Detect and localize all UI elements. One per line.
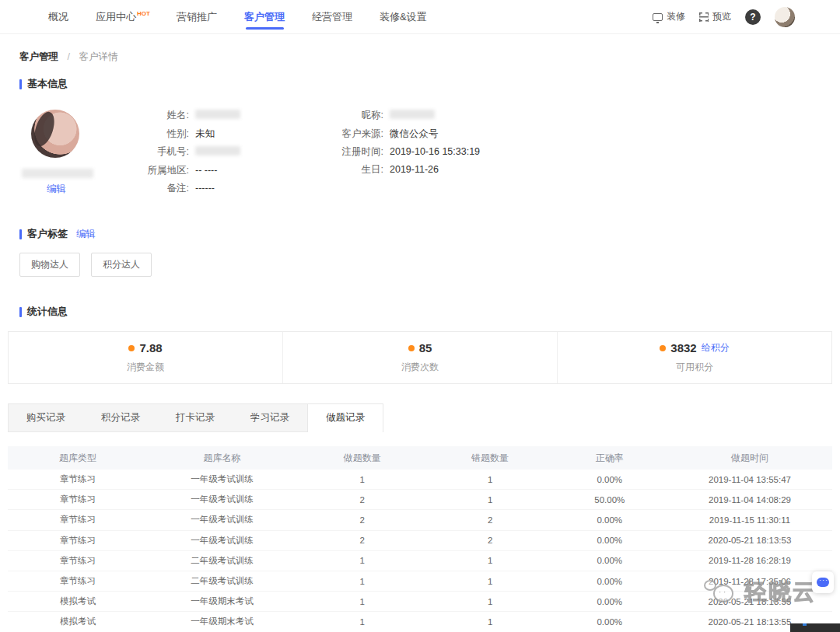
field-label: 性别:	[127, 128, 189, 140]
field-label: 姓名:	[127, 110, 189, 122]
record-tab[interactable]: 购买记录	[9, 404, 83, 431]
nav-item[interactable]: 经营管理	[310, 0, 355, 34]
cell-question-bank-name: 一年级期末考试	[148, 595, 296, 607]
nav-item[interactable]: 营销推广	[175, 0, 219, 34]
cell-wrong-count: 1	[429, 577, 552, 586]
section-bar-icon	[19, 307, 22, 317]
cell-question-bank-type: 章节练习	[8, 555, 148, 567]
customer-name-redacted	[22, 169, 93, 178]
basic-info-body: 编辑 姓名: 性别: 未知 手机号:	[22, 110, 840, 196]
fields-left-column: 姓名: 性别: 未知 手机号: 所属地区:	[127, 110, 325, 196]
customer-tag[interactable]: 积分达人	[91, 253, 152, 277]
field-value	[390, 110, 435, 122]
corner-player-bar	[790, 623, 840, 632]
field-value: 2019-10-16 15:33:19	[390, 146, 480, 158]
cell-questions-done: 2	[296, 515, 429, 525]
field-label: 昵称:	[325, 110, 383, 122]
cell-questions-done: 2	[296, 495, 429, 505]
record-tab[interactable]: 做题记录	[307, 404, 383, 432]
cell-question-bank-type: 模拟考试	[8, 616, 148, 627]
give-points-link[interactable]: 给积分	[702, 341, 730, 354]
nav-item-label: 经营管理	[312, 11, 352, 23]
cell-wrong-count: 1	[429, 495, 552, 505]
edit-tags-link[interactable]: 编辑	[76, 228, 96, 241]
decorate-icon	[653, 13, 663, 21]
cell-questions-done: 1	[296, 475, 429, 484]
nav-item[interactable]: 应用中心HOT	[94, 0, 152, 34]
fields-right-column: 昵称: 客户来源: 微信公众号 注册时间: 2019-10-16 15:33:1…	[325, 110, 480, 196]
table-row: 章节练习 一年级考试训练 2 2 0.00% 2020-05-21 18:13:…	[8, 531, 832, 551]
record-tab[interactable]: 打卡记录	[158, 404, 233, 431]
tags-title: 客户标签 编辑	[19, 227, 840, 241]
cell-wrong-count: 2	[429, 515, 552, 525]
section-bar-icon	[19, 229, 22, 239]
user-avatar[interactable]	[775, 7, 795, 27]
record-tab[interactable]: 积分记录	[83, 404, 158, 431]
help-icon[interactable]: ?	[745, 9, 761, 25]
stat-value: 85	[419, 341, 432, 354]
customer-tag[interactable]: 购物达人	[19, 253, 80, 277]
preview-button[interactable]: 预览	[699, 10, 731, 23]
stat-value: 3832	[670, 341, 696, 354]
field-row: 生日: 2019-11-26	[325, 164, 480, 176]
cell-time: 2019-11-04 14:08:29	[667, 495, 832, 505]
header-accuracy: 正确率	[552, 452, 667, 465]
nav-item-label: 营销推广	[177, 11, 217, 23]
hot-badge: HOT	[137, 10, 150, 17]
field-value: 未知	[195, 128, 215, 140]
tags-title-label: 客户标签	[27, 227, 68, 241]
basic-info-title-label: 基本信息	[27, 77, 68, 91]
field-row: 昵称:	[325, 110, 480, 122]
field-value	[195, 110, 240, 122]
decorate-button[interactable]: 装修	[653, 10, 685, 23]
basic-info-title: 基本信息	[19, 77, 840, 91]
cell-question-bank-name: 一年级期末考试	[148, 616, 296, 627]
nav-item-label: 装修&设置	[380, 11, 427, 23]
cell-wrong-count: 1	[429, 475, 552, 484]
chat-button[interactable]	[812, 571, 834, 593]
table-row: 章节练习 一年级考试训练 2 2 0.00% 2019-11-15 11:30:…	[8, 510, 832, 530]
cell-accuracy: 0.00%	[552, 536, 667, 545]
preview-label: 预览	[712, 10, 731, 23]
record-tabs: 购买记录 积分记录 打卡记录 学习记录 做题记录	[8, 403, 383, 432]
table-row: 章节练习 二年级考试训练 1 1 0.00% 2019-11-28 17:35:…	[8, 571, 832, 592]
cell-question-bank-name: 二年级考试训练	[148, 555, 296, 567]
main-menu: 概况 应用中心HOT 营销推广 客户管理 经营管理 装修&设置	[47, 0, 429, 34]
table-row: 章节练习 一年级考试训练 1 1 0.00% 2019-11-04 13:55:…	[8, 470, 832, 490]
cell-question-bank-name: 一年级考试训练	[148, 473, 296, 485]
nav-item-label: 概况	[48, 11, 68, 23]
cell-time: 2019-11-04 13:55:47	[667, 475, 832, 484]
nav-item[interactable]: 装修&设置	[378, 0, 429, 34]
stat-dot-icon	[660, 345, 666, 351]
field-row: 性别: 未知	[127, 128, 325, 140]
nav-item[interactable]: 概况	[47, 0, 71, 34]
record-tab[interactable]: 学习记录	[233, 404, 307, 431]
stats-title: 统计信息	[19, 305, 840, 319]
redacted-value	[390, 110, 435, 119]
nav-actions: 装修 预览 ?	[653, 7, 795, 27]
records-table: 题库类型 题库名称 做题数量 错题数量 正确率 做题时间 章节练习 一年级考试训…	[8, 446, 832, 632]
cell-questions-done: 1	[296, 617, 429, 627]
table-row: 章节练习 二年级考试训练 1 1 0.00% 2019-11-28 16:28:…	[8, 551, 832, 571]
cell-wrong-count: 1	[429, 617, 552, 627]
cell-question-bank-type: 章节练习	[8, 575, 148, 587]
field-label: 备注:	[127, 183, 189, 194]
redacted-value	[195, 146, 240, 155]
breadcrumb-current: 客户详情	[79, 51, 117, 62]
cell-accuracy: 0.00%	[552, 475, 667, 484]
header-questions-done: 做题数量	[296, 452, 429, 465]
nav-item-label: 客户管理	[244, 11, 285, 23]
nav-item-label: 应用中心	[96, 11, 136, 23]
top-nav: 概况 应用中心HOT 营销推广 客户管理 经营管理 装修&设置 装修 预览 ?	[0, 0, 840, 34]
cell-question-bank-name: 二年级考试训练	[148, 575, 296, 587]
cell-wrong-count: 2	[429, 536, 552, 545]
breadcrumb-parent[interactable]: 客户管理	[19, 51, 58, 62]
edit-profile-link[interactable]: 编辑	[47, 183, 66, 196]
field-value	[195, 146, 240, 159]
redacted-value	[195, 110, 240, 119]
cell-questions-done: 2	[296, 536, 429, 545]
field-label: 所属地区:	[127, 165, 189, 176]
nav-item[interactable]: 客户管理	[243, 0, 287, 34]
table-row: 模拟考试 一年级期末考试 1 1 0.00% 2020-05-21 18:13:…	[8, 592, 832, 612]
field-row: 所属地区: -- ----	[127, 165, 325, 176]
